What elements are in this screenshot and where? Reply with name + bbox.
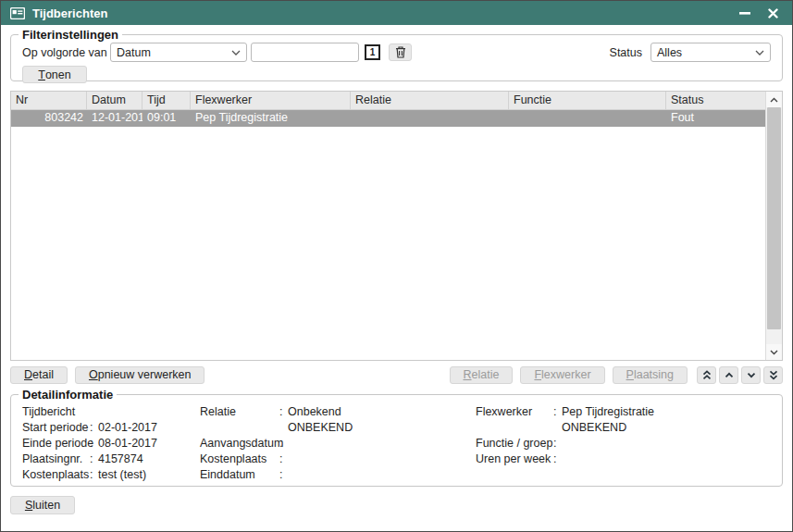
- chevron-down-icon: [747, 372, 756, 378]
- scroll-up-icon[interactable]: [766, 92, 782, 107]
- flexwerker-button[interactable]: Flexwerker: [520, 366, 604, 384]
- plaatsing-button[interactable]: Plaatsing: [613, 366, 688, 384]
- field-label: Plaatsingnr.: [22, 452, 90, 465]
- close-button[interactable]: [762, 4, 783, 22]
- field-label: Einddatum: [200, 468, 279, 481]
- field-label: Kostenplaats: [200, 452, 279, 465]
- previous-record-button[interactable]: [719, 366, 738, 384]
- detail-info-label: Detailinformatie: [19, 388, 117, 402]
- messages-table: Nr Datum Tijd Flexwerker Relatie Functie…: [10, 91, 783, 361]
- first-record-button[interactable]: [697, 366, 716, 384]
- status-label: Status: [610, 46, 642, 59]
- detail-column-period: Tijdbericht Start periode:02-01-2017 Ein…: [22, 403, 157, 482]
- tijdberichten-window: Tijdberichten Filterinstellingen Op volg…: [0, 0, 793, 532]
- chevron-down-icon: [755, 50, 764, 56]
- field-label: Tijdbericht: [22, 405, 90, 418]
- field-label: Kostenplaats: [22, 468, 90, 481]
- trash-icon: [395, 46, 406, 58]
- close-window-button[interactable]: Sluiten: [10, 496, 75, 514]
- chevron-up-icon: [725, 372, 734, 378]
- calendar-icon[interactable]: 1: [365, 44, 380, 60]
- vertical-scrollbar[interactable]: [765, 92, 782, 360]
- filter-value-input[interactable]: [251, 43, 359, 62]
- field-value: test (test): [98, 468, 146, 481]
- field-value: ONBEKEND: [288, 421, 353, 434]
- chevron-double-down-icon: [769, 370, 778, 380]
- field-value: Onbekend: [288, 405, 341, 418]
- column-header-flexwerker[interactable]: Flexwerker: [191, 92, 351, 109]
- column-header-functie[interactable]: Functie: [509, 92, 666, 109]
- order-by-label: Op volgorde van: [22, 46, 110, 59]
- column-header-relatie[interactable]: Relatie: [351, 92, 509, 109]
- reprocess-button[interactable]: Opnieuw verwerken: [75, 366, 204, 384]
- field-value: 4157874: [98, 452, 143, 465]
- status-select[interactable]: Alles: [651, 43, 771, 62]
- field-label: Functie / groep: [476, 437, 553, 450]
- detail-column-flexwerker: Flexwerker:Pep Tijdregistratie ONBEKEND …: [476, 403, 654, 466]
- clear-filter-button[interactable]: [389, 43, 412, 61]
- table-header: Nr Datum Tijd Flexwerker Relatie Functie…: [11, 92, 765, 110]
- filter-group: Filterinstellingen Op volgorde van Datum…: [10, 28, 783, 81]
- scrollbar-track[interactable]: [766, 107, 782, 344]
- field-value: 08-01-2017: [98, 437, 157, 450]
- window-title: Tijdberichten: [32, 6, 727, 20]
- cell-flexwerker: Pep Tijdregistratie: [191, 110, 351, 127]
- column-header-datum[interactable]: Datum: [87, 92, 142, 109]
- order-by-selected-value: Datum: [117, 46, 231, 59]
- field-label: Einde periode: [22, 437, 90, 450]
- title-bar: Tijdberichten: [1, 1, 792, 25]
- field-label: Flexwerker: [476, 405, 553, 418]
- detail-button[interactable]: Detail: [10, 366, 68, 384]
- table-row[interactable]: 803242 12-01-2017 09:01 Pep Tijdregistra…: [11, 110, 765, 127]
- filter-group-label: Filterinstellingen: [19, 28, 122, 42]
- field-label: Start periode: [22, 421, 90, 434]
- relatie-button[interactable]: Relatie: [450, 366, 514, 384]
- app-card-icon: [10, 7, 25, 19]
- column-header-nr[interactable]: Nr: [11, 92, 87, 109]
- field-value: Pep Tijdregistratie: [562, 405, 654, 418]
- chevron-down-icon: [231, 50, 241, 56]
- cell-nr: 803242: [11, 110, 87, 127]
- column-header-status[interactable]: Status: [666, 92, 765, 109]
- detail-column-relatie: Relatie:Onbekend ONBEKEND Aanvangsdatum:…: [200, 403, 353, 482]
- minimize-button[interactable]: [735, 4, 755, 22]
- order-by-select[interactable]: Datum: [110, 43, 247, 62]
- chevron-double-up-icon: [702, 370, 712, 380]
- field-label: Uren per week: [476, 452, 553, 465]
- detail-info-group: Detailinformatie Tijdbericht Start perio…: [10, 388, 783, 487]
- cell-functie: [509, 110, 666, 127]
- cell-tijd: 09:01: [142, 110, 191, 127]
- field-value: 02-01-2017: [98, 421, 157, 434]
- cell-status: Fout: [666, 110, 765, 127]
- show-button[interactable]: Tonen: [22, 66, 87, 83]
- field-value: ONBEKEND: [562, 421, 626, 434]
- footer: Sluiten: [10, 496, 783, 514]
- last-record-button[interactable]: [763, 366, 783, 384]
- cell-datum: 12-01-2017: [87, 110, 142, 127]
- action-button-row: Detail Opnieuw verwerken Relatie Flexwer…: [10, 365, 783, 384]
- scroll-down-icon[interactable]: [766, 344, 782, 360]
- field-label: Aanvangsdatum: [200, 437, 279, 450]
- field-label: Relatie: [200, 405, 279, 418]
- cell-relatie: [351, 110, 509, 127]
- status-selected-value: Alles: [657, 46, 755, 59]
- scrollbar-thumb[interactable]: [767, 107, 781, 329]
- next-record-button[interactable]: [741, 366, 761, 384]
- column-header-tijd[interactable]: Tijd: [142, 92, 191, 109]
- table-empty-area: [11, 127, 765, 360]
